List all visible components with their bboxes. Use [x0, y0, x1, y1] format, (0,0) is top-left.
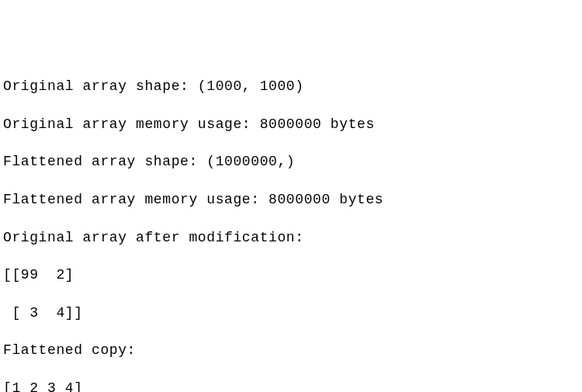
output-line: [1 2 3 4] [3, 379, 579, 392]
output-line: Flattened copy: [3, 341, 579, 359]
output-line: Flattened array memory usage: 8000000 by… [3, 190, 579, 209]
output-line: Flattened array shape: (1000000,) [3, 152, 579, 171]
output-line: Original array after modification: [3, 228, 579, 247]
output-line: [[99 2] [3, 265, 579, 284]
output-line: Original array shape: (1000, 1000) [3, 77, 579, 95]
output-line: Original array memory usage: 8000000 byt… [3, 115, 579, 134]
output-line: [ 3 4]] [3, 304, 579, 322]
